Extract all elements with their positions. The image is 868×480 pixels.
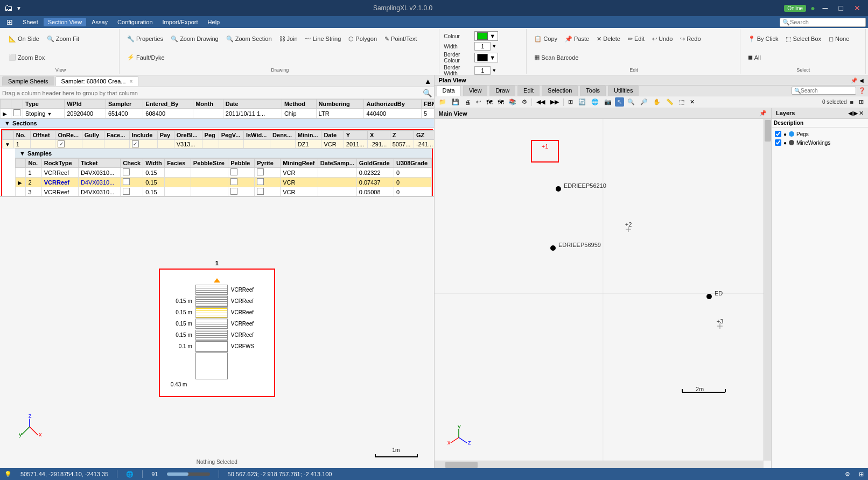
plan-help-btn[interactable]: ❓ — [858, 86, 866, 96]
ptool-folder[interactable]: 📁 — [437, 97, 449, 107]
ptool-save[interactable]: 💾 — [450, 97, 461, 107]
layers-close[interactable]: ✕ — [859, 110, 864, 117]
plan-tab-tools[interactable]: Tools — [580, 86, 606, 96]
btn-undo[interactable]: ↩ Undo — [649, 34, 676, 44]
menu-help[interactable]: Help — [204, 18, 225, 26]
menu-home[interactable]: ⊞ — [2, 17, 17, 27]
tab-sampler[interactable]: Sampler: 608400 Crea... × — [55, 76, 139, 86]
scol-gully[interactable]: Gully — [82, 131, 104, 140]
border-width-input[interactable] — [474, 66, 491, 75]
scol-onre[interactable]: OnRe... — [55, 131, 82, 140]
menu-section-view[interactable]: Section View — [44, 18, 86, 26]
plan-view-pin[interactable]: 📌 — [851, 77, 857, 83]
plan-view-collapse[interactable]: ◀ — [859, 77, 864, 83]
plan-tab-utilities[interactable]: Utilities — [608, 86, 639, 96]
table-row[interactable]: ▶ Stoping ▼ 20920400 651400 608400 2011/… — [1, 109, 434, 118]
sampcol-no[interactable]: No. — [26, 159, 41, 168]
scol-iswid[interactable]: IsWid... — [243, 131, 270, 140]
panel-collapse-btn[interactable]: ▲ — [424, 77, 432, 86]
sampcol-facies[interactable]: Facies — [165, 159, 191, 168]
width-arrow[interactable]: ▼ — [492, 44, 496, 49]
btn-copy[interactable]: 📋 Copy — [531, 34, 561, 44]
sampcol-pyrite[interactable]: Pyrite — [255, 159, 281, 168]
plan-tab-data[interactable]: Data — [437, 86, 461, 96]
tab-close-btn[interactable]: × — [130, 79, 133, 84]
minimize-btn[interactable]: ─ — [820, 3, 831, 13]
ribbon-search-input[interactable] — [790, 19, 863, 25]
sampcol-width[interactable]: Width — [143, 159, 165, 168]
sampcol-datesamp[interactable]: DateSamp... — [318, 159, 356, 168]
grid-search-btn[interactable]: 🔍 — [423, 89, 432, 97]
btn-none[interactable]: ◻ None — [825, 34, 852, 44]
sampcol-pebble[interactable]: Pebble — [228, 159, 255, 168]
sampcol-pebblesize[interactable]: PebbleSize — [191, 159, 228, 168]
scol-x[interactable]: X — [368, 131, 390, 140]
samples-expand-btn[interactable]: ▼ — [19, 150, 25, 157]
zoom-slider[interactable] — [167, 472, 210, 476]
tab-sample-sheets[interactable]: Sample Sheets — [2, 76, 54, 86]
section-expand-btn[interactable]: ▼ — [3, 140, 14, 149]
btn-edit[interactable]: ✏ Edit — [625, 34, 648, 44]
expand-cell[interactable]: ▶ — [1, 109, 11, 118]
sampcol-u308grade[interactable]: U308Grade — [394, 159, 432, 168]
status-settings-btn[interactable]: ⚙ — [845, 471, 850, 478]
ptool-map2[interactable]: 🗺 — [495, 98, 506, 107]
samp-checkbox-2[interactable] — [123, 188, 130, 195]
ptool-measure[interactable]: 📏 — [664, 97, 676, 107]
samp-checkbox-0[interactable] — [123, 168, 130, 175]
scol-dens[interactable]: Dens... — [270, 131, 296, 140]
layers-forward[interactable]: ▶ — [853, 110, 858, 117]
samp-expand-1[interactable]: ▶ — [16, 178, 26, 187]
btn-polygon[interactable]: ⬡ Polygon — [345, 34, 380, 44]
scol-face[interactable]: Face... — [104, 131, 130, 140]
hscroll-thumb[interactable] — [445, 462, 478, 468]
scol-gz[interactable]: GZ — [414, 131, 433, 140]
scol-orebl[interactable]: OreBl... — [174, 131, 202, 140]
sample-row[interactable]: 1 VCRReef D4VX0310... 0.15 VCR 0.02322 0 — [16, 168, 432, 178]
ptool-zoom-out[interactable]: 🔎 — [638, 97, 650, 107]
layer-item-pegs[interactable]: ● Pegs — [774, 130, 866, 138]
col-sampler[interactable]: Sampler — [106, 100, 143, 109]
status-expand-btn[interactable]: ⊞ — [859, 471, 864, 478]
vscroll-thumb[interactable] — [765, 120, 771, 142]
sample-row[interactable]: ▶ 2 VCRReef D4VX0310... 0.15 VCR 0.07437… — [16, 178, 432, 187]
btn-fault-dyke[interactable]: ⚡ Fault/Dyke — [124, 52, 168, 62]
plan-tab-selection[interactable]: Selection — [542, 86, 578, 96]
col-numbering[interactable]: Numbering — [316, 100, 364, 109]
scol-pay[interactable]: Pay — [157, 131, 174, 140]
sample-row[interactable]: 3 VCRReef D4VX0310... 0.15 VCR 0.05008 0 — [16, 187, 432, 196]
close-btn[interactable]: ✕ — [851, 3, 864, 13]
samp-expand-2[interactable] — [16, 187, 26, 196]
plan-tab-edit[interactable]: Edit — [517, 86, 540, 96]
layer-item-mineworkings[interactable]: ● MineWorkings — [774, 138, 866, 147]
scol-no[interactable]: No. — [13, 131, 30, 140]
col-wpid[interactable]: WPId — [65, 100, 106, 109]
sampcol-ticket[interactable]: Ticket — [78, 159, 120, 168]
layer-mineworkings-checkbox[interactable] — [775, 139, 781, 146]
col-type[interactable]: Type — [23, 100, 65, 109]
btn-redo[interactable]: ↪ Redo — [677, 34, 704, 44]
col-authorized-by[interactable]: AuthorizedBy — [364, 100, 422, 109]
scol-date[interactable]: Date — [321, 131, 344, 140]
ptool-print[interactable]: 🖨 — [463, 98, 473, 107]
ptool-table[interactable]: ⊞ — [857, 97, 866, 107]
layer-pegs-checkbox[interactable] — [775, 131, 781, 137]
btn-zoom-section[interactable]: 🔍 Zoom Section — [223, 34, 275, 44]
plan-search-input[interactable] — [801, 88, 853, 94]
btn-line-string[interactable]: 〰 Line String — [302, 34, 345, 44]
plan-tab-view[interactable]: View — [463, 86, 488, 96]
btn-zoom-box[interactable]: ⬜ Zoom Box — [5, 52, 48, 62]
include-checkbox[interactable] — [132, 140, 139, 147]
ptool-deselect[interactable]: ✕ — [688, 97, 697, 107]
section-row[interactable]: ▼ 1 V313... — [3, 140, 434, 149]
ptool-zoom-in[interactable]: 🔍 — [625, 97, 637, 107]
btn-on-side[interactable]: 📐 On Side — [5, 34, 43, 44]
ptool-camera[interactable]: 📷 — [602, 97, 614, 107]
btn-all[interactable]: ◼ All — [745, 52, 764, 62]
ptool-select-rect[interactable]: ⬚ — [677, 97, 687, 107]
btn-properties[interactable]: 🔧 Properties — [124, 34, 166, 44]
ptool-list[interactable]: ≡ — [848, 98, 856, 107]
width-input[interactable] — [474, 42, 491, 51]
main-view-pin[interactable]: 📌 — [759, 110, 767, 117]
menu-sheet[interactable]: Sheet — [18, 18, 43, 26]
